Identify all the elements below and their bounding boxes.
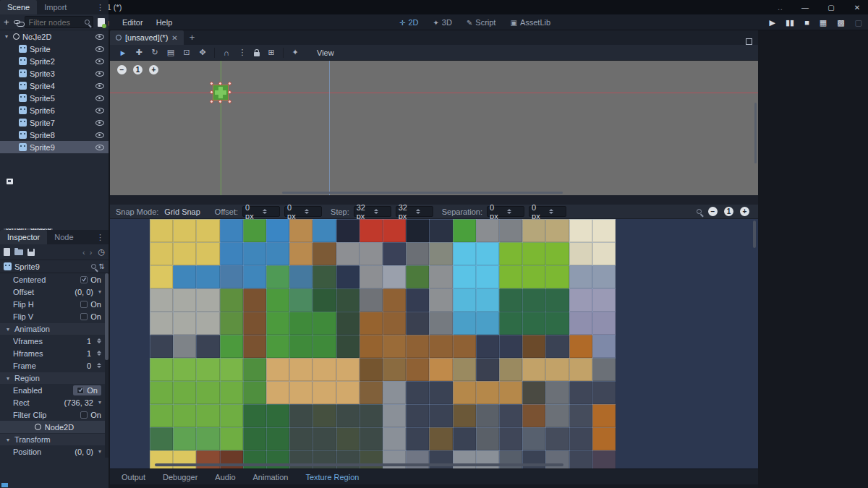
movie-mode-button[interactable]: ▢ bbox=[855, 18, 862, 27]
checkbox[interactable] bbox=[80, 411, 88, 419]
bottom-tab-audio[interactable]: Audio bbox=[208, 469, 242, 485]
play-scene-button[interactable]: ▦ bbox=[820, 18, 827, 27]
property-centered[interactable]: CenteredOn bbox=[0, 273, 109, 286]
step-field-0[interactable]: 32 px bbox=[354, 206, 391, 217]
history-forward-icon[interactable]: › bbox=[90, 248, 93, 257]
region-zoom-out-button[interactable]: − bbox=[708, 207, 718, 216]
pan-tool-button[interactable]: ✥ bbox=[198, 48, 207, 57]
tab-inspector[interactable]: Inspector bbox=[0, 230, 47, 244]
visibility-eye-icon[interactable] bbox=[95, 108, 104, 114]
scene-tab-unsaved[interactable]: [unsaved](*) ✕ bbox=[110, 30, 184, 45]
workspace-3d[interactable]: ✦3D bbox=[433, 18, 451, 27]
tree-node-sprite7[interactable]: Sprite7 bbox=[0, 116, 109, 129]
tree-node-sprite[interactable]: Sprite bbox=[0, 43, 109, 55]
expand-chevron-icon[interactable]: ▾ bbox=[98, 399, 101, 406]
minimize-button[interactable]: — bbox=[800, 4, 810, 12]
property-vframes[interactable]: Vframes1 bbox=[0, 335, 109, 347]
close-button[interactable]: ✕ bbox=[852, 4, 862, 12]
maximize-button[interactable]: ▢ bbox=[826, 4, 836, 12]
visibility-eye-icon[interactable] bbox=[95, 95, 104, 101]
load-resource-icon[interactable] bbox=[14, 249, 23, 255]
rotate-tool-button[interactable]: ↻ bbox=[150, 48, 159, 57]
region-zoom-reset-button[interactable]: 1 bbox=[724, 207, 733, 216]
tree-node-sprite3[interactable]: Sprite3 bbox=[0, 67, 109, 80]
new-resource-icon[interactable] bbox=[4, 248, 10, 256]
zoom-reset-button[interactable]: 1 bbox=[133, 65, 142, 74]
selected-sprite-node[interactable] bbox=[211, 83, 230, 102]
tree-node-sprite2[interactable]: Sprite2 bbox=[0, 55, 109, 67]
tab-import[interactable]: Import bbox=[37, 0, 74, 14]
select-tool-button[interactable]: ► bbox=[119, 48, 127, 57]
history-back-icon[interactable]: ‹ bbox=[82, 248, 85, 257]
section-animation[interactable]: ▾Animation bbox=[0, 322, 109, 335]
property-rect[interactable]: Rect(736, 32▾ bbox=[0, 396, 109, 408]
region-zoom-in-button[interactable]: + bbox=[740, 207, 749, 216]
zoom-in-button[interactable]: + bbox=[149, 65, 158, 74]
visibility-eye-icon[interactable] bbox=[95, 120, 104, 126]
play-custom-scene-button[interactable]: ▩ bbox=[837, 18, 844, 27]
play-button[interactable]: ▶ bbox=[770, 18, 775, 27]
visibility-eye-icon[interactable] bbox=[95, 34, 104, 40]
property-hframes[interactable]: Hframes1 bbox=[0, 347, 109, 359]
visibility-eye-icon[interactable] bbox=[95, 71, 104, 77]
node-section-node2d[interactable]: Node2D bbox=[0, 421, 109, 433]
filter-nodes-input[interactable] bbox=[25, 16, 93, 28]
resize-handle[interactable] bbox=[228, 100, 231, 103]
tree-node-node2d[interactable]: ▾Node2D bbox=[0, 30, 109, 43]
panel-menu-icon[interactable]: ⋮ bbox=[92, 0, 109, 14]
tab-node[interactable]: Node bbox=[47, 230, 80, 244]
step-field-1[interactable]: 32 px bbox=[396, 206, 433, 217]
checkbox[interactable] bbox=[80, 301, 88, 308]
tab-close-icon[interactable]: ✕ bbox=[171, 34, 177, 42]
workspace-2d[interactable]: ✛2D bbox=[399, 18, 418, 27]
snap-options-button[interactable]: ⋮ bbox=[238, 48, 247, 57]
view-menu-button[interactable]: View bbox=[317, 48, 334, 57]
tree-node-sprite8[interactable]: Sprite8 bbox=[0, 129, 109, 141]
viewport-hscrollbar[interactable] bbox=[282, 192, 563, 194]
viewport-vscrollbar[interactable] bbox=[754, 103, 757, 163]
expand-chevron-icon[interactable]: ▾ bbox=[98, 448, 101, 455]
visibility-eye-icon[interactable] bbox=[95, 83, 104, 89]
offset-field-1[interactable]: 0 px bbox=[284, 206, 322, 217]
spinner-icon[interactable] bbox=[374, 209, 388, 214]
section-transform[interactable]: ▾Transform bbox=[0, 433, 109, 445]
tab-scene[interactable]: Scene bbox=[0, 0, 37, 14]
distraction-free-icon[interactable] bbox=[746, 38, 752, 45]
add-scene-tab-button[interactable]: + bbox=[184, 30, 201, 45]
smart-snap-button[interactable]: ∩ bbox=[222, 48, 231, 57]
scale-tool-button[interactable]: ⊡ bbox=[182, 48, 191, 57]
spinner-icon[interactable] bbox=[549, 209, 563, 214]
list-select-button[interactable]: ▤ bbox=[166, 48, 175, 57]
texture-region-editor[interactable] bbox=[110, 219, 758, 468]
collapse-arrow-icon[interactable]: ▾ bbox=[3, 33, 10, 40]
lock-icon[interactable] bbox=[254, 52, 260, 56]
resize-handle[interactable] bbox=[218, 82, 222, 85]
property-offset[interactable]: Offset(0, 0)▾ bbox=[0, 286, 109, 298]
menu-help[interactable]: Help bbox=[150, 14, 179, 30]
spinner-icon[interactable] bbox=[97, 338, 101, 343]
workspace-script[interactable]: ✎Script bbox=[467, 18, 496, 27]
property-tools-icon[interactable]: ⇅ bbox=[99, 262, 105, 270]
property-flip-v[interactable]: Flip VOn bbox=[0, 310, 109, 322]
panel-menu-icon[interactable]: ⋮ bbox=[92, 230, 109, 244]
resize-handle[interactable] bbox=[228, 82, 231, 85]
tree-node-sprite6[interactable]: Sprite6 bbox=[0, 104, 109, 116]
bottom-tab-texture-region[interactable]: Texture Region bbox=[298, 469, 366, 485]
group-button[interactable]: ⊞ bbox=[267, 48, 276, 57]
atlas-hscrollbar[interactable] bbox=[155, 463, 563, 466]
property-position[interactable]: Position(0, 0)▾ bbox=[0, 445, 109, 458]
visibility-eye-icon[interactable] bbox=[95, 132, 104, 138]
atlas-vscrollbar[interactable] bbox=[753, 221, 756, 248]
property-enabled[interactable]: EnabledOn bbox=[0, 384, 109, 396]
bottom-tab-animation[interactable]: Animation bbox=[246, 469, 296, 485]
pause-button[interactable]: ▮▮ bbox=[786, 18, 794, 27]
workspace-assetlib[interactable]: ▣AssetLib bbox=[510, 18, 550, 27]
tree-node-sprite9[interactable]: Sprite9 bbox=[0, 141, 109, 153]
attach-script-icon[interactable] bbox=[98, 18, 105, 27]
resize-handle[interactable] bbox=[210, 90, 213, 94]
panel-splitter[interactable] bbox=[110, 195, 758, 205]
property-filter-clip[interactable]: Filter ClipOn bbox=[0, 408, 109, 421]
bottom-tab-debugger[interactable]: Debugger bbox=[156, 469, 205, 485]
separation-field-1[interactable]: 0 px bbox=[529, 206, 566, 217]
visibility-eye-icon[interactable] bbox=[95, 46, 104, 52]
